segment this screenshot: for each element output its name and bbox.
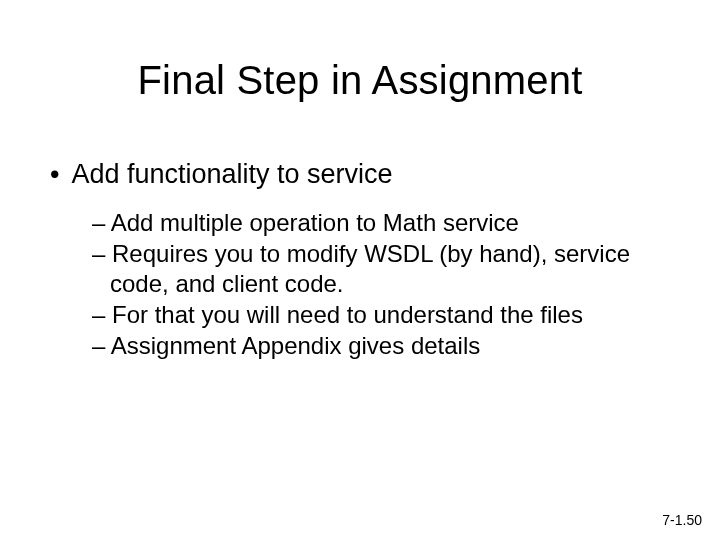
sub-bullet-text: For that you will need to understand the…: [112, 301, 583, 328]
sub-bullet-list: – Add multiple operation to Math service…: [92, 208, 650, 360]
slide-number: 7-1.50: [662, 512, 702, 528]
sub-bullet-text: Requires you to modify WSDL (by hand), s…: [110, 240, 630, 296]
bullet-marker: •: [50, 159, 59, 190]
sub-bullet: – Requires you to modify WSDL (by hand),…: [92, 239, 650, 298]
slide-title: Final Step in Assignment: [40, 58, 680, 103]
bullet-level1: • Add functionality to service: [50, 159, 680, 190]
bullet-text: Add functionality to service: [71, 159, 392, 190]
sub-bullet-text: Assignment Appendix gives details: [111, 332, 481, 359]
sub-bullet: – Add multiple operation to Math service: [92, 208, 650, 237]
sub-bullet-text: Add multiple operation to Math service: [111, 209, 519, 236]
slide: Final Step in Assignment • Add functiona…: [0, 0, 720, 540]
sub-bullet: – For that you will need to understand t…: [92, 300, 650, 329]
sub-bullet: – Assignment Appendix gives details: [92, 331, 650, 360]
